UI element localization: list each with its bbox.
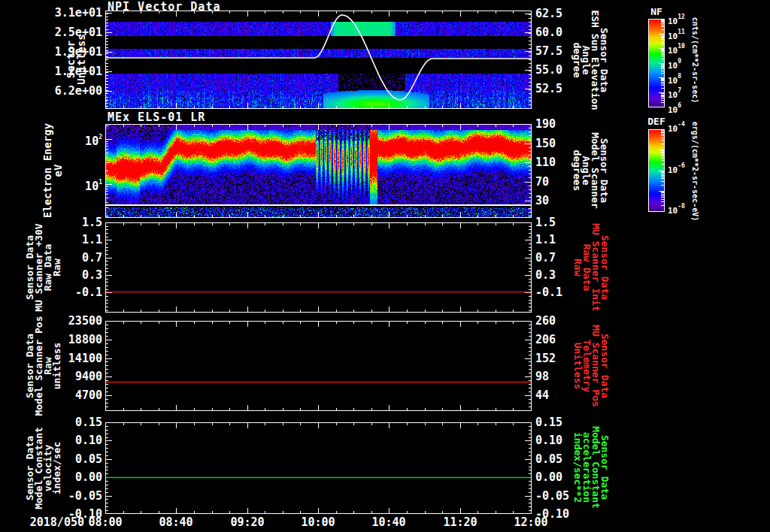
x-axis-tick-4: 10:40 (359, 516, 419, 528)
x-axis-tick-1: 08:40 (146, 516, 206, 528)
plot-screen: NPI Vector Data MEx ELS-01 LR NF DEF Sec… (0, 0, 770, 532)
npi-spectrogram-canvas (105, 11, 532, 109)
p2-right-tick-0: 1.5 (535, 216, 607, 228)
nf-colorbar-tick-1: 1011 (668, 29, 707, 41)
model-scanner-pos-plot-canvas (105, 321, 532, 411)
p4-right-tick-1: 0.10 (535, 434, 607, 446)
p2-left-tick-0: 1.5 (0, 216, 102, 228)
p2-left-tick-4: -0.1 (0, 286, 102, 298)
x-axis-tick-3: 10:00 (288, 516, 348, 528)
p2-right-tick-3: 0.3 (535, 269, 607, 281)
p1-left-tick-0: 102 (0, 133, 102, 147)
p4-left-tick-3: 0.00 (0, 471, 102, 483)
nf-colorbar-tick-5: 107 (668, 88, 707, 100)
p2-right-tick-4: -0.1 (535, 286, 607, 298)
p0-left-tick-0: 3.1e+01 (0, 7, 102, 19)
nf-colorbar-tick-2: 1010 (668, 44, 707, 56)
p2-right-tick-2: 0.7 (535, 252, 607, 264)
p0-right-tick-4: 52.5 (535, 83, 607, 95)
x-axis-tick-5: 11:20 (430, 516, 490, 528)
model-constant-plot-canvas (105, 422, 532, 514)
p3-left-tick-0: 23500 (0, 315, 102, 327)
p4-left-tick-4: -0.05 (0, 490, 102, 502)
p2-right-tick-1: 1.1 (535, 234, 607, 246)
p4-left-tick-0: 0.15 (0, 416, 102, 428)
p1-right-tick-3: 70 (535, 176, 607, 188)
p1-right-tick-1: 150 (535, 138, 607, 150)
p3-right-tick-3: 98 (535, 370, 607, 382)
p1-right-tick-0: 190 (535, 118, 607, 130)
p3-right-tick-1: 206 (535, 334, 607, 346)
nf-colorbar-canvas (648, 19, 665, 107)
p2-left-tick-1: 1.1 (0, 234, 102, 246)
def-colorbar-canvas (648, 129, 665, 212)
nf-colorbar-tick-3: 109 (668, 59, 707, 71)
p1-right-tick-2: 110 (535, 156, 607, 168)
p0-right-tick-2: 57.5 (535, 45, 607, 57)
p4-right-tick-2: 0.05 (535, 453, 607, 465)
p0-left-tick-2: 1.9e+01 (0, 46, 102, 58)
mu-scanner-30v-plot-canvas (105, 222, 532, 313)
p3-right-tick-2: 152 (535, 352, 607, 364)
p3-left-tick-1: 18800 (0, 334, 102, 346)
p4-right-tick-4: -0.05 (535, 490, 607, 502)
p3-left-tick-3: 9400 (0, 370, 102, 382)
p0-left-tick-3: 1.2e+01 (0, 65, 102, 77)
p0-right-tick-0: 62.5 (535, 8, 607, 20)
p0-left-tick-1: 2.5e+01 (0, 26, 102, 38)
p4-left-tick-1: 0.10 (0, 434, 102, 446)
p0-left-tick-4: 6.2e+00 (0, 85, 102, 97)
p4-right-tick-0: 0.15 (535, 416, 607, 428)
p1-left-tick-1: 101 (0, 178, 102, 192)
x-axis-tick-2: 09:20 (217, 516, 277, 528)
p3-right-tick-0: 260 (535, 315, 607, 327)
nf-colorbar-tick-6: 106 (668, 103, 707, 115)
p3-right-tick-4: 44 (535, 389, 607, 401)
p4-right-tick-3: 0.00 (535, 471, 607, 483)
p4-left-tick-2: 0.05 (0, 453, 102, 465)
def-colorbar-tick-0: 10-4 (668, 122, 707, 134)
nf-colorbar-tick-0: 1012 (668, 14, 707, 26)
x-axis-tick-6: 12:00 (501, 516, 561, 528)
npi-right-axis-label: Sensor Data ESH Sun Elevation Angle degr… (572, 10, 608, 110)
p0-right-tick-1: 60.0 (535, 26, 607, 38)
els-panel-title: MEx ELS-01 LR (108, 110, 205, 124)
def-colorbar-title: DEF (644, 116, 668, 127)
x-axis-tick-0: 08:00 (75, 516, 135, 528)
p0-right-tick-3: 55.0 (535, 64, 607, 76)
p3-left-tick-4: 4700 (0, 389, 102, 401)
p2-left-tick-2: 0.7 (0, 252, 102, 264)
p2-left-tick-3: 0.3 (0, 269, 102, 281)
def-colorbar-tick-2: 10-8 (668, 204, 707, 216)
p3-left-tick-2: 14100 (0, 352, 102, 364)
els-spectrogram-canvas (105, 124, 532, 218)
def-colorbar-tick-1: 10-6 (668, 163, 707, 175)
p1-right-tick-4: 30 (535, 195, 607, 207)
nf-colorbar-title: NF (644, 6, 668, 17)
nf-colorbar-tick-4: 108 (668, 74, 707, 86)
